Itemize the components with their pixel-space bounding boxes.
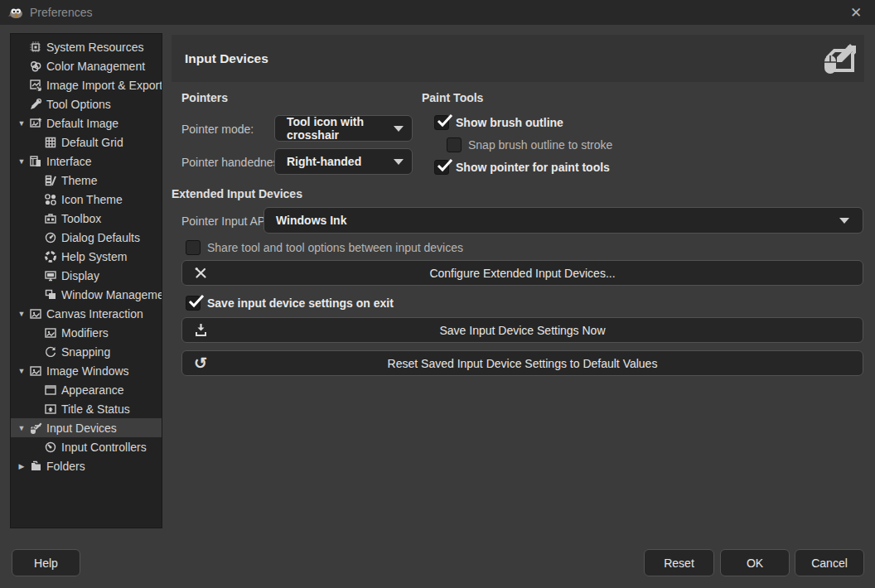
sidebar-item-icon-theme[interactable]: Icon Theme (11, 190, 162, 209)
expander-down-icon[interactable]: ▼ (15, 157, 28, 166)
sidebar-item-label: Display (61, 269, 99, 282)
sidebar-item-appearance[interactable]: Appearance (11, 380, 162, 399)
sidebar-item-label: Default Grid (61, 136, 123, 149)
close-icon[interactable]: ✕ (844, 0, 868, 25)
default-grid-icon (43, 135, 57, 149)
sidebar-item-label: Modifiers (61, 326, 109, 340)
help-system-icon (43, 249, 57, 263)
sidebar-item-label: System Resources (46, 41, 143, 54)
sidebar-item-system-resources[interactable]: System Resources (11, 37, 162, 56)
input-devices-icon (816, 39, 858, 79)
sidebar-item-label: Dialog Defaults (61, 231, 140, 244)
sidebar-item-input-devices[interactable]: ▼Input Devices (11, 418, 162, 437)
icon-theme-icon (43, 192, 57, 206)
modifiers-icon (43, 325, 57, 340)
checkbox-label: Snap brush outline to stroke (468, 138, 612, 152)
sidebar-item-color-management[interactable]: Color Management (11, 56, 162, 75)
configure-extended-devices-button[interactable]: Configure Extended Input Devices... (181, 260, 863, 286)
reset-saved-settings-button[interactable]: ↺ Reset Saved Input Device Settings to D… (181, 350, 863, 376)
checkbox-label: Show pointer for paint tools (456, 161, 610, 174)
sidebar-item-image-windows[interactable]: ▼Image Windows (11, 361, 162, 380)
sidebar-item-image-import-export[interactable]: Image Import & Export (11, 75, 162, 94)
title-status-icon (43, 402, 57, 416)
tools-icon (193, 266, 208, 281)
sidebar-item-label: Icon Theme (61, 193, 123, 206)
save-settings-on-exit-checkbox[interactable]: Save input device settings on exit (186, 296, 394, 311)
sidebar-item-display[interactable]: Display (11, 266, 162, 285)
sidebar-item-window-management[interactable]: Window Management (11, 285, 162, 304)
expander-down-icon[interactable]: ▼ (15, 119, 28, 128)
pointer-input-api-label: Pointer Input API: (181, 214, 272, 228)
sidebar-item-label: Help System (61, 250, 127, 263)
dialog-defaults-icon (43, 230, 57, 244)
sidebar-item-default-grid[interactable]: Default Grid (11, 133, 162, 152)
show-brush-outline-checkbox[interactable]: Show brush outline (434, 115, 563, 130)
checkbox[interactable] (447, 137, 462, 152)
cancel-button[interactable]: Cancel (795, 549, 864, 576)
sidebar-item-folders[interactable]: ▶Folders (11, 456, 162, 475)
window-title: Preferences (30, 6, 92, 19)
sidebar-item-theme[interactable]: Theme (11, 171, 162, 190)
pointer-handedness-select[interactable]: Right-handed (274, 148, 413, 175)
checkbox[interactable] (434, 115, 449, 130)
expander-down-icon[interactable]: ▼ (15, 367, 28, 375)
system-resources-icon (28, 40, 42, 54)
show-pointer-paint-tools-checkbox[interactable]: Show pointer for paint tools (434, 160, 610, 175)
sidebar-item-default-image[interactable]: ▼Default Image (11, 113, 162, 133)
gimp-wilber-icon (8, 6, 23, 19)
input-controllers-icon (43, 440, 57, 454)
snapping-icon (43, 345, 57, 359)
sidebar-item-snapping[interactable]: Snapping (11, 342, 162, 361)
sidebar-item-title-status[interactable]: Title & Status (11, 399, 162, 418)
interface-icon (28, 154, 42, 168)
tool-options-icon (28, 97, 42, 111)
sidebar-item-label: Interface (46, 155, 91, 168)
sidebar-item-canvas-interaction[interactable]: ▼Canvas Interaction (11, 304, 162, 323)
sidebar-item-label: Title & Status (61, 402, 130, 416)
checkbox-label: Show brush outline (456, 116, 563, 129)
sidebar-item-help-system[interactable]: Help System (11, 247, 162, 266)
sidebar-item-tool-options[interactable]: Tool Options (11, 94, 162, 113)
pointer-mode-label: Pointer mode: (181, 123, 254, 136)
reset-button[interactable]: Reset (644, 549, 714, 576)
save-input-settings-button[interactable]: Save Input Device Settings Now (181, 317, 863, 343)
sidebar-item-label: Color Management (46, 60, 145, 73)
sidebar-item-label: Theme (61, 174, 98, 187)
checkbox[interactable] (186, 296, 201, 311)
appearance-icon (43, 383, 57, 397)
share-tool-options-checkbox[interactable]: Share tool and tool options between inpu… (186, 240, 463, 255)
extended-input-heading: Extended Input Devices (172, 187, 302, 200)
expander-down-icon[interactable]: ▼ (15, 424, 28, 432)
canvas-interaction-icon (28, 306, 42, 321)
sidebar-item-label: Input Controllers (61, 441, 147, 454)
sidebar-item-toolbox[interactable]: Toolbox (11, 209, 162, 228)
pointer-handedness-label: Pointer handedness: (181, 156, 288, 169)
titlebar: Preferences ✕ (0, 0, 875, 25)
snap-brush-outline-checkbox[interactable]: Snap brush outline to stroke (447, 137, 612, 152)
folders-icon (28, 459, 42, 473)
sidebar-item-input-controllers[interactable]: Input Controllers (11, 437, 162, 456)
sidebar-item-label: Snapping (61, 345, 110, 359)
expander-down-icon[interactable]: ▼ (15, 310, 28, 318)
pointers-heading: Pointers (181, 91, 228, 104)
sidebar-item-modifiers[interactable]: Modifiers (11, 323, 162, 342)
chevron-down-icon (394, 126, 404, 132)
sidebar-item-interface[interactable]: ▼Interface (11, 152, 162, 171)
ok-button[interactable]: OK (720, 549, 790, 576)
image-windows-icon (28, 364, 42, 378)
reset-icon: ↺ (193, 356, 208, 371)
sidebar-item-label: Toolbox (61, 212, 101, 225)
expander-right-icon[interactable]: ▶ (15, 462, 28, 470)
toolbox-icon (43, 211, 57, 225)
sidebar-item-dialog-defaults[interactable]: Dialog Defaults (11, 228, 162, 247)
sidebar-item-label: Image Windows (46, 364, 129, 378)
image-import-export-icon (28, 78, 42, 92)
help-button[interactable]: Help (12, 549, 80, 576)
pointer-mode-select[interactable]: Tool icon with crosshair (274, 115, 413, 142)
preferences-dialog: Preferences ✕ System ResourcesColor Mana… (0, 0, 875, 588)
pointer-input-api-select[interactable]: Windows Ink (263, 207, 863, 234)
checkbox[interactable] (186, 240, 201, 255)
window-management-icon (43, 287, 57, 301)
checkbox[interactable] (434, 160, 449, 175)
sidebar-item-label: Folders (46, 460, 85, 473)
